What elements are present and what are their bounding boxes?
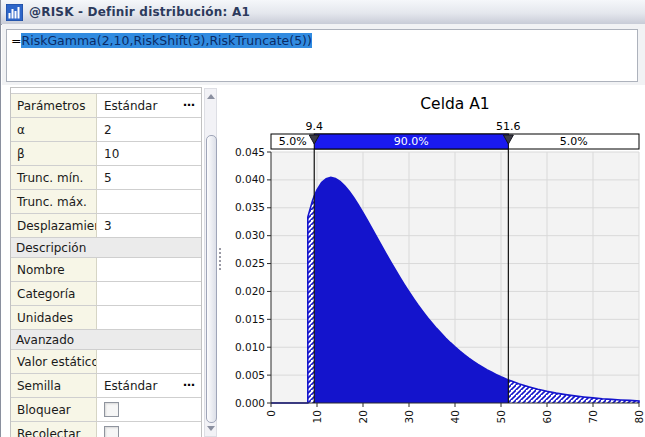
param-label: Trunc. máx.: [11, 190, 97, 213]
y-axis-tick-label: 0.000: [235, 397, 265, 409]
param-row: α2: [11, 118, 201, 142]
param-row: Desplazamiento3: [11, 214, 201, 238]
param-row: ParámetrosEstándar…: [11, 94, 201, 118]
risk-app-icon: [6, 4, 23, 21]
param-value-cell[interactable]: 2: [97, 118, 201, 141]
param-label: β: [11, 142, 97, 165]
param-label: Parámetros: [11, 94, 97, 117]
param-row: Valor estático: [11, 350, 201, 374]
window-title: @RISK - Definir distribución: A1: [29, 5, 250, 19]
param-row: Trunc. máx.: [11, 190, 201, 214]
param-label: Unidades: [11, 306, 97, 329]
y-axis-tick-label: 0.005: [235, 369, 265, 381]
param-value-cell[interactable]: Estándar…: [97, 374, 201, 397]
section-header-label: Descripción: [16, 241, 86, 255]
x-axis-tick-label: 40: [449, 410, 461, 423]
param-value: 10: [104, 147, 119, 161]
param-value: Estándar: [104, 379, 157, 393]
param-value-cell[interactable]: [97, 398, 201, 421]
param-value-cell[interactable]: [97, 258, 201, 281]
section-header-row: Descripción: [11, 238, 201, 258]
param-label: Nombre: [11, 258, 97, 281]
chart-title: Celda A1: [420, 95, 489, 113]
risk-define-distribution-window: @RISK - Definir distribución: A1 =RiskGa…: [0, 0, 645, 437]
parameter-panel: ParámetrosEstándar…α2β10Trunc. mín.5Trun…: [10, 87, 202, 437]
y-axis-tick-label: 0.040: [235, 173, 265, 185]
x-axis-tick-label: 60: [541, 410, 553, 423]
band-right-percent: 5.0%: [560, 135, 588, 148]
param-label: Categoría: [11, 282, 97, 305]
param-row: Unidades: [11, 306, 201, 330]
param-value-cell[interactable]: [97, 350, 201, 373]
formula-bar[interactable]: =RiskGamma(2,10,RiskShift(3),RiskTruncat…: [6, 29, 638, 82]
panel-splitter-grip[interactable]: [219, 248, 224, 270]
param-value-cell[interactable]: [97, 422, 201, 437]
param-value-cell[interactable]: 5: [97, 166, 201, 189]
param-value: 5: [104, 171, 112, 185]
x-axis-tick-label: 0: [265, 410, 277, 417]
section-header-label: Avanzado: [16, 333, 74, 347]
title-bar[interactable]: @RISK - Definir distribución: A1: [1, 0, 645, 25]
x-axis-tick-label: 10: [311, 410, 323, 423]
formula-text[interactable]: RiskGamma(2,10,RiskShift(3),RiskTruncate…: [21, 33, 311, 48]
formula-equals: =: [11, 33, 21, 48]
y-axis-tick-label: 0.045: [235, 146, 265, 158]
scroll-up-arrow[interactable]: [205, 90, 216, 103]
param-label: Trunc. mín.: [11, 166, 97, 189]
param-row: Nombre: [11, 258, 201, 282]
checkbox[interactable]: [104, 426, 119, 437]
y-axis-tick-label: 0.015: [235, 313, 265, 325]
param-value: Estándar: [104, 99, 157, 113]
param-label: Recolectar: [11, 422, 97, 437]
param-value-cell[interactable]: Estándar…: [97, 94, 201, 117]
ellipsis-button[interactable]: …: [183, 375, 196, 389]
band-left-percent: 5.0%: [279, 135, 307, 148]
panel-scrollbar[interactable]: [204, 88, 217, 437]
band-mid-percent: 90.0%: [394, 135, 429, 148]
x-axis-tick-label: 70: [587, 410, 599, 423]
distribution-chart: 0.0000.0050.0100.0150.0200.0250.0300.035…: [226, 85, 645, 437]
x-axis-tick-label: 20: [357, 410, 369, 423]
param-row: Categoría: [11, 282, 201, 306]
param-value: 3: [104, 219, 112, 233]
y-axis-tick-label: 0.035: [235, 201, 265, 213]
left-delimiter-value: 9.4: [305, 120, 323, 133]
left-tail-hatched: [308, 196, 314, 403]
scroll-down-arrow[interactable]: [205, 422, 216, 435]
param-value-cell[interactable]: 10: [97, 142, 201, 165]
param-value-cell[interactable]: [97, 306, 201, 329]
y-axis-tick-label: 0.030: [235, 229, 265, 241]
param-row: β10: [11, 142, 201, 166]
param-label: Valor estático: [11, 350, 97, 373]
x-axis-tick-label: 50: [495, 410, 507, 423]
param-label: Bloquear: [11, 398, 97, 421]
param-value-cell[interactable]: 3: [97, 214, 201, 237]
checkbox[interactable]: [104, 402, 119, 417]
param-value-cell[interactable]: [97, 190, 201, 213]
param-row: Trunc. mín.5: [11, 166, 201, 190]
param-value: 2: [104, 123, 112, 137]
param-label: Desplazamiento: [11, 214, 97, 237]
scroll-thumb[interactable]: [206, 135, 217, 423]
x-axis-tick-label: 80: [633, 410, 645, 423]
y-axis-tick-label: 0.025: [235, 257, 265, 269]
y-axis-tick-label: 0.020: [235, 285, 265, 297]
ellipsis-button[interactable]: …: [183, 95, 196, 109]
param-row: SemillaEstándar…: [11, 374, 201, 398]
right-delimiter-value: 51.6: [496, 120, 521, 133]
param-value-cell[interactable]: [97, 282, 201, 305]
param-label: Semilla: [11, 374, 97, 397]
param-row: Recolectar: [11, 422, 201, 437]
param-label: α: [11, 118, 97, 141]
x-axis-tick-label: 30: [403, 410, 415, 423]
section-header-row: Avanzado: [11, 330, 201, 350]
param-row: Bloquear: [11, 398, 201, 422]
y-axis-tick-label: 0.010: [235, 341, 265, 353]
